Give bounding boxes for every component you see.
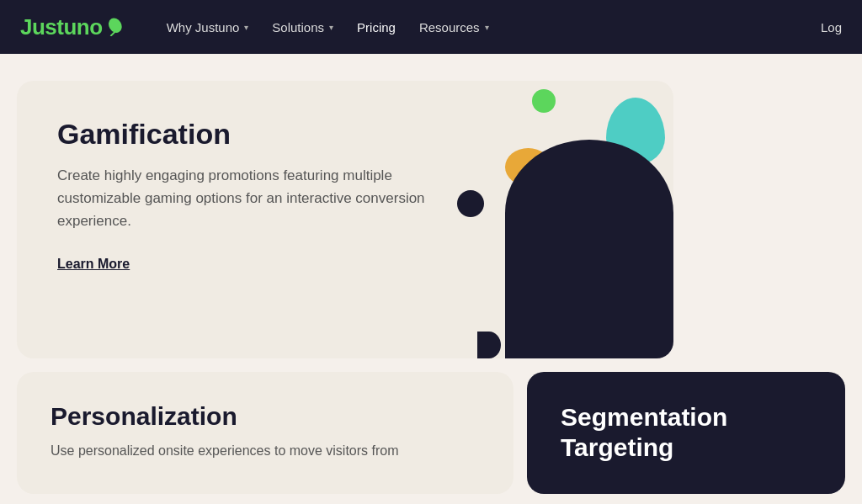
personalization-title: Personalization (51, 402, 480, 431)
logo[interactable]: Justuno (20, 14, 123, 40)
nav-label-resources: Resources (419, 20, 480, 34)
nav-item-resources[interactable]: Resources ▾ (409, 13, 499, 41)
personalization-description: Use personalized onsite experiences to m… (51, 441, 480, 461)
nav-item-why-justuno[interactable]: Why Justuno ▾ (157, 13, 259, 41)
chevron-down-icon: ▾ (485, 23, 489, 32)
cards-bottom-row: Personalization Use personalized onsite … (17, 372, 845, 494)
chevron-down-icon: ▾ (244, 23, 248, 32)
nav-item-pricing[interactable]: Pricing (347, 13, 406, 41)
chevron-down-icon: ▾ (329, 23, 333, 32)
logo-text-main: Just (20, 14, 63, 40)
nav-label-why-justuno: Why Justuno (167, 20, 240, 34)
nav-items: Why Justuno ▾ Solutions ▾ Pricing Resour… (157, 13, 794, 41)
nav-item-solutions[interactable]: Solutions ▾ (262, 13, 343, 41)
card-personalization: Personalization Use personalized onsite … (17, 372, 513, 494)
segmentation-title: Segmenta­tionTargeting (561, 402, 811, 463)
d-shape-decoration (477, 332, 501, 358)
leaf-icon (104, 18, 123, 36)
cards-top-row: Gamification Create highly engaging prom… (17, 81, 845, 358)
logo-text-accent: uno (63, 14, 102, 40)
gamification-title: Gamification (57, 118, 633, 151)
svg-line-1 (110, 32, 115, 37)
black-circle-decoration (457, 190, 484, 217)
navigation: Justuno Why Justuno ▾ Solutions ▾ Pricin… (0, 0, 862, 54)
main-content: Gamification Create highly engaging prom… (0, 54, 862, 504)
gamification-description: Create highly engaging promotions featur… (57, 164, 461, 233)
green-circle-decoration (532, 89, 556, 113)
card-gamification: Gamification Create highly engaging prom… (17, 81, 673, 358)
nav-login[interactable]: Log (821, 20, 842, 34)
card-segmentation: Segmenta­tionTargeting (527, 372, 845, 494)
dark-blob-person (505, 140, 673, 358)
nav-label-pricing: Pricing (357, 20, 396, 34)
nav-label-solutions: Solutions (272, 20, 324, 34)
learn-more-link[interactable]: Learn More (57, 257, 130, 271)
